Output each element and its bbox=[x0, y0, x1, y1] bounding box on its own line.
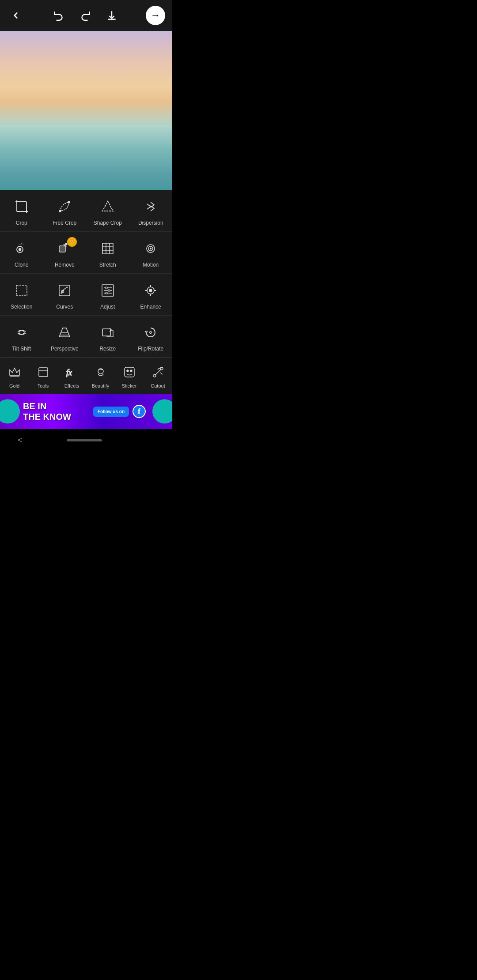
svg-rect-20 bbox=[59, 285, 70, 296]
tilt-shift-label: Tilt Shift bbox=[12, 346, 31, 352]
perspective-label: Perspective bbox=[51, 346, 79, 352]
tool-flip-rotate[interactable]: Flip/Rotate bbox=[129, 316, 173, 357]
svg-rect-44 bbox=[125, 367, 134, 377]
facebook-icon: f bbox=[132, 405, 146, 418]
tool-free-crop[interactable]: Free Crop bbox=[43, 190, 87, 231]
stretch-label: Stretch bbox=[99, 262, 116, 268]
shape-crop-icon bbox=[98, 197, 117, 216]
svg-point-30 bbox=[149, 289, 152, 292]
tilt-shift-icon bbox=[12, 323, 31, 342]
system-navigation: < bbox=[0, 429, 172, 451]
svg-rect-0 bbox=[17, 202, 26, 211]
svg-rect-19 bbox=[16, 285, 27, 296]
svg-text:fx: fx bbox=[66, 368, 72, 377]
adjust-label: Adjust bbox=[100, 304, 115, 310]
tool-curves[interactable]: Curves bbox=[43, 274, 87, 315]
tools-row-4: Tilt Shift Perspective Resize bbox=[0, 316, 172, 357]
tab-gold[interactable]: Gold bbox=[0, 361, 29, 391]
dispersion-icon bbox=[141, 197, 160, 216]
tab-effects-label: Effects bbox=[64, 383, 79, 388]
tool-perspective[interactable]: Perspective bbox=[43, 316, 87, 357]
tab-tools[interactable]: Tools bbox=[29, 361, 57, 391]
system-back-button[interactable]: < bbox=[18, 436, 23, 445]
crop-icon bbox=[12, 197, 31, 216]
adjust-icon bbox=[98, 281, 117, 300]
resize-label: Resize bbox=[99, 346, 116, 352]
dispersion-label: Dispersion bbox=[138, 220, 163, 226]
tools-row-1: Crop Free Crop Shape Crop bbox=[0, 190, 172, 231]
tool-stretch[interactable]: Stretch bbox=[86, 232, 129, 273]
next-button[interactable]: → bbox=[146, 6, 165, 25]
tab-cutout-label: Cutout bbox=[151, 383, 165, 388]
svg-point-48 bbox=[160, 367, 163, 370]
svg-point-46 bbox=[130, 370, 132, 372]
svg-point-47 bbox=[153, 374, 156, 377]
redo-button[interactable] bbox=[76, 7, 94, 24]
svg-rect-40 bbox=[39, 368, 48, 377]
tool-crop[interactable]: Crop bbox=[0, 190, 43, 231]
home-indicator[interactable] bbox=[67, 439, 102, 441]
tool-dispersion[interactable]: Dispersion bbox=[129, 190, 173, 231]
perspective-icon bbox=[55, 323, 74, 342]
flip-rotate-label: Flip/Rotate bbox=[138, 346, 163, 352]
tab-beautify-label: Beautify bbox=[92, 383, 110, 388]
tools-row-2: Clone 👑 Remove bbox=[0, 232, 172, 273]
download-button[interactable] bbox=[103, 7, 121, 24]
tool-enhance[interactable]: Enhance bbox=[129, 274, 173, 315]
tool-motion[interactable]: Motion bbox=[129, 232, 173, 273]
enhance-icon bbox=[141, 281, 160, 300]
back-button[interactable] bbox=[7, 7, 25, 24]
svg-point-6 bbox=[68, 201, 70, 203]
svg-point-45 bbox=[127, 370, 129, 372]
motion-label: Motion bbox=[143, 262, 159, 268]
tool-adjust[interactable]: Adjust bbox=[86, 274, 129, 315]
stretch-icon bbox=[98, 239, 117, 258]
image-canvas bbox=[0, 31, 172, 190]
curves-label: Curves bbox=[56, 304, 73, 310]
tools-section: Crop Free Crop Shape Crop bbox=[0, 190, 172, 357]
tool-remove[interactable]: 👑 Remove bbox=[43, 232, 87, 273]
tool-clone[interactable]: Clone bbox=[0, 232, 43, 273]
follow-us-box: Follow us on bbox=[93, 407, 129, 417]
tab-beautify[interactable]: Beautify bbox=[86, 361, 115, 391]
tab-cutout[interactable]: Cutout bbox=[144, 361, 172, 391]
tool-tilt-shift[interactable]: Tilt Shift bbox=[0, 316, 43, 357]
advertisement-banner[interactable]: BE IN THE KNOW Follow us on f bbox=[0, 394, 172, 429]
tab-tools-label: Tools bbox=[38, 383, 49, 388]
remove-label: Remove bbox=[55, 262, 75, 268]
top-toolbar: → bbox=[0, 0, 172, 31]
bottom-tab-bar: Gold Tools fx Effects Beautify bbox=[0, 357, 172, 394]
fx-icon: fx bbox=[64, 364, 80, 381]
svg-rect-28 bbox=[106, 292, 107, 294]
follow-us-label: Follow us on bbox=[98, 409, 125, 414]
clone-icon bbox=[12, 239, 31, 258]
svg-point-8 bbox=[19, 249, 21, 251]
svg-rect-27 bbox=[108, 290, 110, 291]
resize-icon bbox=[98, 323, 117, 342]
svg-rect-38 bbox=[102, 329, 110, 336]
shape-crop-label: Shape Crop bbox=[94, 220, 122, 226]
banner-line2: THE KNOW bbox=[23, 411, 71, 422]
tool-shape-crop[interactable]: Shape Crop bbox=[86, 190, 129, 231]
svg-point-5 bbox=[59, 210, 61, 212]
selection-label: Selection bbox=[11, 304, 32, 310]
svg-rect-26 bbox=[106, 287, 107, 289]
toolbar-center bbox=[50, 7, 121, 24]
clone-label: Clone bbox=[15, 262, 28, 268]
tab-sticker-label: Sticker bbox=[122, 383, 137, 388]
motion-icon bbox=[141, 239, 160, 258]
svg-point-35 bbox=[19, 331, 24, 334]
tool-selection[interactable]: Selection bbox=[0, 274, 43, 315]
svg-point-43 bbox=[98, 369, 103, 374]
tab-sticker[interactable]: Sticker bbox=[115, 361, 144, 391]
banner-decoration-right bbox=[152, 400, 172, 424]
selection-icon bbox=[12, 281, 31, 300]
crown-icon bbox=[6, 364, 23, 381]
svg-rect-11 bbox=[102, 243, 113, 254]
tab-gold-label: Gold bbox=[9, 383, 19, 388]
free-crop-label: Free Crop bbox=[53, 220, 76, 226]
tools-row-3: Selection Curves bbox=[0, 274, 172, 315]
tab-effects[interactable]: fx Effects bbox=[57, 361, 86, 391]
tool-resize[interactable]: Resize bbox=[86, 316, 129, 357]
undo-button[interactable] bbox=[50, 7, 68, 24]
